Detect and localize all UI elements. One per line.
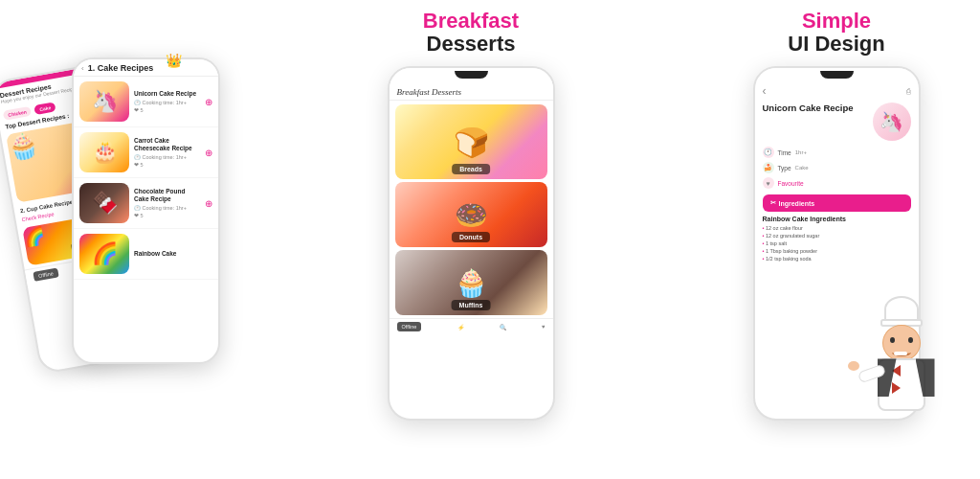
section4-simple: Simple UI Design ‹ ⎙ Unicorn Cake Recipe… bbox=[707, 10, 966, 469]
breakfast-search[interactable]: 🔍 bbox=[500, 324, 506, 331]
fav-label: Favourite bbox=[778, 180, 804, 187]
ingredients-list: Rainbow Cake Ingredients 12 oz cake flou… bbox=[755, 216, 919, 268]
front-phone-title: 1. Cake Recipes bbox=[88, 63, 154, 73]
cat-tag-cake[interactable]: Cake bbox=[34, 102, 56, 115]
breakfast-phone-header: Breakfast Desserts bbox=[390, 81, 553, 101]
breakfast-heart[interactable]: ♥ bbox=[542, 324, 546, 330]
chocolate-time: 🕐 Cooking time: 1hr+ bbox=[134, 205, 200, 211]
chocolate-img: 🍫 bbox=[79, 183, 129, 223]
simple-heading-pink: Simple bbox=[788, 10, 884, 33]
type-row: 🍰 Type Cake bbox=[755, 160, 919, 175]
section3-breakfast: Breakfast Desserts Breakfast Desserts 🍞 … bbox=[370, 10, 571, 469]
donuts-category[interactable]: 🍩 Donuts bbox=[395, 182, 547, 247]
chocolate-title: Chocolate Pound Cake Recipe bbox=[134, 188, 200, 203]
carrot-img: 🎂 bbox=[79, 132, 129, 172]
breads-category[interactable]: 🍞 Breads bbox=[395, 104, 547, 179]
muffins-label: Muffins bbox=[452, 300, 491, 310]
section1-phones: 👑 Dessert Recipes Hope you enjoy our Des… bbox=[14, 10, 234, 469]
breakfast-heading-group: Breakfast Desserts bbox=[423, 10, 519, 56]
muffins-category[interactable]: 🧁 Muffins bbox=[395, 250, 547, 315]
simple-heading-dark: UI Design bbox=[788, 33, 884, 56]
rainbow-cake-img: 🌈 bbox=[79, 234, 129, 274]
chocolate-likes: ❤ 5 bbox=[134, 213, 200, 218]
recipe-unicorn[interactable]: 🦄 Unicorn Cake Recipe 🕐 Cooking time: 1h… bbox=[74, 77, 218, 127]
ingredient-4: 1 Tbsp baking powder bbox=[763, 248, 911, 254]
ingredient-5: 1/2 tsp baking soda bbox=[763, 256, 911, 262]
time-row: 🕐 Time 1hr+ bbox=[755, 145, 919, 160]
breakfast-heading-dark: Desserts bbox=[423, 33, 519, 56]
time-icon: 🕐 bbox=[763, 147, 774, 158]
recipe-carrot[interactable]: 🎂 Carrot Cake Cheesecake Recipe 🕐 Cookin… bbox=[74, 127, 218, 178]
carrot-likes: ❤ 5 bbox=[134, 162, 200, 168]
recipe-rainbow[interactable]: 🌈 Rainbow Cake bbox=[74, 229, 218, 280]
recipe-chocolate[interactable]: 🍫 Chocolate Pound Cake Recipe 🕐 Cooking … bbox=[74, 178, 218, 229]
rainbow-title: Rainbow Cake bbox=[134, 250, 212, 258]
type-label: Type bbox=[778, 165, 791, 171]
breakfast-lightning: ⚡ bbox=[457, 324, 464, 331]
type-icon: 🍰 bbox=[763, 162, 774, 173]
breakfast-phone: Breakfast Desserts 🍞 Breads 🍩 Donuts 🧁 M… bbox=[388, 66, 555, 421]
time-label: Time bbox=[778, 149, 791, 156]
type-value: Cake bbox=[795, 165, 809, 171]
simple-heading-group: Simple UI Design bbox=[788, 10, 884, 56]
unicorn-recipe-title: Unicorn Cake Recipe bbox=[763, 103, 867, 113]
favourite-row[interactable]: ♥ Favourite bbox=[755, 175, 919, 191]
ingredient-1: 12 oz cake flour bbox=[763, 225, 911, 231]
unicorn-title: Unicorn Cake Recipe bbox=[134, 90, 200, 98]
unicorn-cake-image: 🦄 bbox=[873, 103, 911, 141]
chef-character bbox=[863, 296, 959, 449]
ingredient-2: 12 oz granulated sugar bbox=[763, 233, 911, 239]
offline-badge: Offline bbox=[33, 268, 58, 282]
time-value: 1hr+ bbox=[795, 149, 807, 155]
unicorn-likes: ❤ 5 bbox=[134, 107, 200, 113]
scissors-icon: ✂ bbox=[770, 199, 776, 207]
carrot-title: Carrot Cake Cheesecake Recipe bbox=[134, 137, 200, 152]
ingredients-heading: Rainbow Cake Ingredients bbox=[763, 216, 911, 222]
breakfast-heading-pink: Breakfast bbox=[423, 10, 519, 33]
fav-icon: ♥ bbox=[763, 177, 774, 189]
carrot-time: 🕐 Cooking time: 1hr+ bbox=[134, 154, 200, 160]
breads-label: Breads bbox=[452, 164, 490, 174]
crown-icon: 👑 bbox=[166, 53, 182, 68]
phone-front: ‹ 1. Cake Recipes 🦄 Unicorn Cake Recipe … bbox=[72, 57, 220, 364]
ingredients-btn[interactable]: ✂ Ingredients bbox=[763, 194, 911, 212]
breakfast-offline: Offline bbox=[397, 322, 422, 331]
back-btn[interactable]: ‹ bbox=[763, 84, 767, 98]
unicorn-fav-icon[interactable]: ⊕ bbox=[205, 97, 212, 107]
unicorn-time: 🕐 Cooking time: 1hr+ bbox=[134, 100, 200, 105]
chocolate-fav-icon[interactable]: ⊕ bbox=[205, 198, 212, 209]
unicorn-img: 🦄 bbox=[79, 81, 129, 122]
ingredients-btn-label: Ingredients bbox=[779, 200, 815, 207]
share-btn[interactable]: ⎙ bbox=[906, 87, 911, 96]
ingredient-3: 1 tsp salt bbox=[763, 240, 911, 246]
carrot-fav-icon[interactable]: ⊕ bbox=[205, 148, 212, 158]
donuts-label: Donuts bbox=[452, 232, 490, 242]
